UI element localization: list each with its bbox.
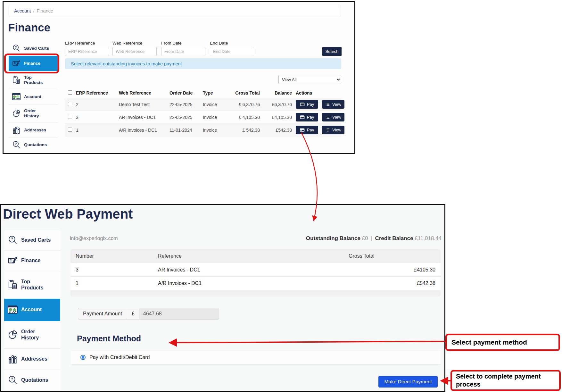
list-icon [325, 115, 330, 120]
payment-amount-label: Payment Amount [78, 308, 127, 320]
screenshot-canvas: Account / Finance Finance Saved Carts Fi… [0, 0, 562, 392]
sidebar-item-order-history[interactable]: Order History [9, 104, 58, 122]
row-checkbox[interactable] [68, 128, 72, 132]
view-button[interactable]: View [322, 126, 344, 134]
callout-complete-payment: Select to complete payment process [450, 370, 561, 391]
breadcrumb-current: Finance [37, 8, 53, 13]
user-email: info@experlogix.com [70, 236, 118, 241]
finance-page-panel: Account / Finance Finance Saved Carts Fi… [3, 1, 355, 154]
end-date-label: End Date [210, 41, 228, 46]
from-date-label: From Date [161, 41, 182, 46]
select-all-checkbox[interactable] [68, 90, 72, 95]
sidebar-item-quotations[interactable]: Quotations [4, 370, 60, 390]
sidebar: Saved Carts Finance Top Products Account… [4, 230, 60, 390]
sidebar-item-account[interactable]: Account [9, 89, 58, 104]
row-checkbox[interactable] [68, 102, 72, 106]
view-button[interactable]: View [322, 100, 344, 109]
currency-symbol: £ [127, 308, 139, 320]
clipboard-calculator-icon [7, 279, 18, 290]
sidebar-item-finance[interactable]: Finance [9, 56, 58, 71]
table-row: 1 A/R Invoices - DC1 11-01-2024 Invoice … [65, 124, 341, 137]
sidebar-item-saved-carts[interactable]: Saved Carts [4, 230, 60, 251]
sidebar-item-saved-carts[interactable]: Saved Carts [9, 41, 58, 56]
breadcrumb-separator: / [33, 8, 34, 13]
web-reference-input[interactable] [112, 47, 157, 56]
payment-amount-input[interactable] [139, 308, 219, 320]
magnifier-question-icon [12, 44, 21, 53]
pay-button[interactable]: Pay [296, 100, 318, 109]
credit-card-icon [300, 128, 305, 132]
erp-reference-input[interactable] [65, 47, 109, 56]
payment-method-heading: Payment Method [77, 334, 141, 343]
page-title: Direct Web Payment [3, 206, 133, 222]
pay-button[interactable]: Pay [296, 126, 318, 134]
sidebar-item-top-products[interactable]: Top Products [4, 271, 60, 299]
bar-chart-dots-icon [7, 354, 18, 364]
invoices-table: ERP Reference Web Reference Order Date T… [65, 88, 341, 137]
outstanding-balance-label: Outstanding Balance [306, 235, 360, 241]
table-header-row: ERP Reference Web Reference Order Date T… [65, 88, 341, 98]
sidebar-item-addresses[interactable]: Addresses [9, 122, 58, 138]
from-date-input[interactable] [161, 47, 205, 56]
row-checkbox[interactable] [68, 115, 72, 119]
credit-card-icon [300, 102, 305, 107]
web-reference-label: Web Reference [112, 41, 143, 46]
credit-balance-label: Credit Balance [375, 235, 413, 241]
pay-button[interactable]: Pay [296, 113, 318, 121]
sidebar-item-account[interactable]: Account [4, 299, 60, 321]
pie-chart-icon [12, 109, 21, 118]
sidebar-item-quotations[interactable]: Quotations [9, 138, 58, 152]
balance-divider: | [371, 235, 372, 241]
invoice-pen-icon [12, 59, 21, 68]
clipboard-calculator-icon [12, 76, 21, 85]
magnifier-question-icon [12, 140, 21, 149]
direct-web-payment-panel: Direct Web Payment Saved Carts Finance T… [0, 204, 445, 392]
selected-invoices-card: Number Reference Gross Total 3 AR Invoic… [70, 249, 441, 296]
info-banner: Select relevant outstanding invoices to … [65, 58, 341, 69]
table-row: 2 Demo Test Test 22-05-2025 Invoice £ 6,… [65, 98, 341, 111]
sidebar: Saved Carts Finance Top Products Account… [9, 41, 58, 152]
erp-reference-label: ERP Reference [65, 41, 95, 46]
search-button[interactable]: Search [322, 47, 342, 56]
list-icon [325, 128, 330, 132]
chart-window-icon [7, 304, 18, 315]
payment-amount-group: Payment Amount £ [78, 308, 219, 320]
invoice-pen-icon [7, 255, 18, 266]
make-direct-payment-button[interactable]: Make Direct Payment [378, 376, 438, 388]
invoice-table-header: Number Reference Gross Total [76, 249, 435, 263]
chart-window-icon [12, 92, 21, 101]
pie-chart-icon [7, 329, 18, 340]
breadcrumb: Account / Finance [9, 5, 341, 17]
credit-debit-card-label: Pay with Credit/Debit Card [89, 354, 150, 360]
list-icon [325, 102, 330, 107]
credit-card-icon [300, 115, 305, 120]
magnifier-question-icon [7, 375, 18, 386]
callout-select-payment-method: Select payment method [445, 334, 560, 351]
bar-chart-dots-icon [12, 126, 21, 135]
magnifier-question-icon [7, 235, 18, 246]
credit-debit-card-radio[interactable] [80, 355, 86, 360]
sidebar-item-order-history[interactable]: Order History [4, 321, 60, 349]
sidebar-item-top-products[interactable]: Top Products [9, 71, 58, 89]
sidebar-item-addresses[interactable]: Addresses [4, 349, 60, 370]
invoice-row: 1 A/R Invoices - DC1 £542.38 [70, 277, 441, 290]
balance-summary: Outstanding Balance £0 | Credit Balance … [306, 235, 442, 242]
outstanding-balance-value: £0 [362, 235, 368, 241]
end-date-input[interactable] [210, 47, 254, 56]
view-button[interactable]: View [322, 113, 344, 121]
breadcrumb-account-link[interactable]: Account [14, 8, 31, 13]
table-row: 3 AR Invoices - DC1 22-05-2025 Invoice £… [65, 111, 341, 124]
invoice-row: 3 AR Invoices - DC1 £4105.30 [70, 263, 441, 277]
credit-balance-value: £11,018.44 [415, 235, 442, 241]
view-all-select[interactable]: View All [278, 75, 341, 84]
sidebar-item-finance[interactable]: Finance [4, 251, 60, 271]
page-title: Finance [8, 21, 50, 34]
payment-method-option-row: Pay with Credit/Debit Card [71, 350, 441, 365]
